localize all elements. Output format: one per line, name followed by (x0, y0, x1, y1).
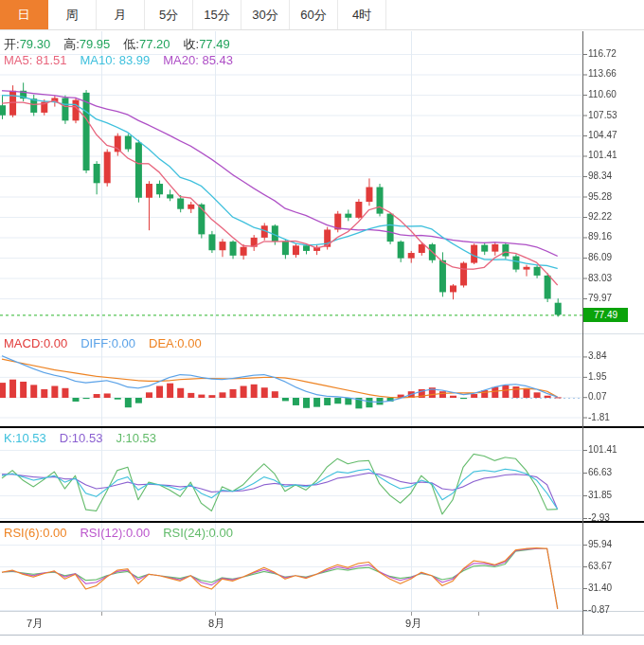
indicator-value: RSI(6):0.00 (4, 526, 66, 540)
axis-tick-label: -0.87 (588, 604, 610, 615)
indicator-value: 收:77.49 (184, 36, 230, 53)
tab-60分[interactable]: 60分 (290, 0, 338, 29)
indicator-value: DIFF:0.00 (80, 336, 135, 350)
axis-tick-label: 89.16 (588, 231, 612, 242)
tab-5分[interactable]: 5分 (145, 0, 193, 29)
axis-tick-label: 113.66 (588, 68, 617, 79)
ohlc-row: 开:79.30高:79.95低:77.20收:77.49 (4, 36, 243, 53)
indicator-value: 低:77.20 (123, 36, 170, 53)
chart-canvas[interactable] (0, 0, 644, 645)
indicator-value: 开:79.30 (4, 36, 50, 53)
axis-tick-label: 3.84 (588, 350, 606, 361)
time-axis-label: 7月 (27, 617, 43, 631)
indicator-value: J:10.53 (116, 431, 156, 445)
ma-row: MA5: 81.51MA10: 83.99MA20: 85.43 (4, 53, 246, 67)
axis-tick-label: 98.34 (588, 170, 612, 181)
last-price-tag: 77.49 (583, 308, 628, 322)
macd-header: MACD:0.00DIFF:0.00DEA:0.00 (4, 336, 215, 350)
tab-30分[interactable]: 30分 (242, 0, 290, 29)
indicator-value: MA20: 85.43 (163, 53, 233, 67)
tab-月[interactable]: 月 (97, 0, 145, 29)
axis-tick-label: 1.95 (588, 371, 606, 382)
period-toolbar: 日周月5分15分30分60分4时 (0, 0, 644, 30)
axis-tick-label: -2.93 (588, 512, 610, 523)
indicator-value: MA10: 83.99 (80, 53, 151, 67)
indicator-value: RSI(24):0.00 (163, 526, 233, 540)
indicator-value: RSI(12):0.00 (80, 526, 150, 540)
axis-tick-label: 95.28 (588, 191, 612, 202)
axis-tick-label: 79.97 (588, 293, 612, 303)
kdj-header: K:10.53D:10.53J:10.53 (4, 431, 170, 445)
axis-tick-label: 95.94 (588, 539, 612, 549)
axis-tick-label: 63.67 (588, 561, 612, 571)
tab-15分[interactable]: 15分 (193, 0, 242, 29)
axis-tick-label: -1.81 (588, 412, 610, 422)
axis-tick-label: 104.47 (588, 130, 617, 140)
axis-tick-label: 66.63 (588, 467, 612, 477)
tab-日[interactable]: 日 (0, 0, 48, 29)
axis-tick-label: 107.53 (588, 110, 617, 120)
trading-chart-app: 日周月5分15分30分60分4时 开:79.30高:79.95低:77.20收:… (0, 0, 644, 645)
indicator-value: MACD:0.00 (4, 336, 67, 350)
indicator-value: K:10.53 (4, 431, 46, 445)
time-axis-label: 8月 (208, 617, 224, 631)
indicator-value: DEA:0.00 (149, 336, 202, 350)
axis-tick-label: 101.41 (588, 150, 617, 160)
axis-tick-label: 31.40 (588, 582, 612, 593)
time-axis-label: 9月 (405, 617, 421, 631)
indicator-value: MA5: 81.51 (4, 53, 67, 67)
axis-tick-label: 31.85 (588, 490, 612, 500)
tab-4时[interactable]: 4时 (338, 0, 386, 29)
axis-tick-label: 83.03 (588, 273, 612, 283)
axis-tick-label: 101.41 (588, 444, 617, 455)
axis-tick-label: 0.07 (588, 391, 606, 402)
axis-tick-label: 116.72 (588, 48, 617, 59)
axis-tick-label: 92.22 (588, 211, 612, 222)
rsi-header: RSI(6):0.00RSI(12):0.00RSI(24):0.00 (4, 526, 246, 540)
tab-周[interactable]: 周 (48, 0, 97, 29)
indicator-value: D:10.53 (60, 431, 103, 445)
indicator-value: 高:79.95 (63, 36, 110, 53)
axis-tick-label: 86.09 (588, 252, 612, 262)
axis-tick-label: 110.60 (588, 89, 617, 99)
